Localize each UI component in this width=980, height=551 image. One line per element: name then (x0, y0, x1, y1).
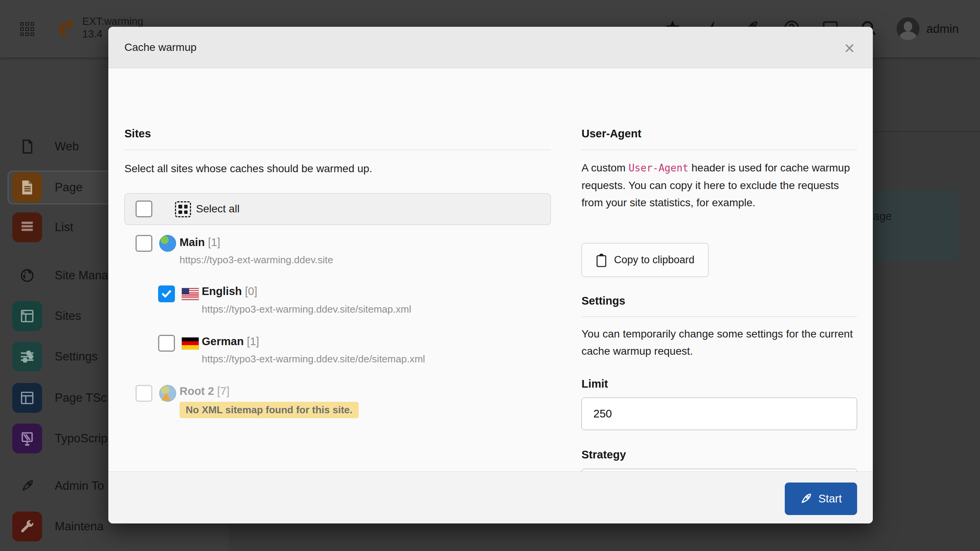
sidebar-item-label: Web (55, 140, 79, 153)
modal-title: Cache warmup (124, 41, 196, 54)
modal-header: Cache warmup ✕ (108, 27, 873, 68)
start-label: Start (818, 492, 842, 505)
settings-sliders-icon (12, 342, 42, 372)
page-ts-icon (12, 383, 42, 413)
german-flag-icon (182, 337, 199, 349)
site-count: [1] (247, 335, 259, 347)
divider (581, 316, 857, 317)
username[interactable]: admin (926, 22, 959, 36)
user-agent-heading: User-Agent (581, 127, 641, 140)
site-count: [1] (208, 236, 220, 248)
select-all-label: Select all (196, 203, 240, 215)
sites-description: Select all sites whose caches should be … (124, 160, 372, 177)
copy-label: Copy to clipboard (614, 254, 694, 266)
globe-icon (20, 268, 35, 283)
sidebar-item-label: Page TSc (55, 391, 107, 405)
modules-grid-icon[interactable] (20, 22, 34, 36)
sidebar-item-label: Site Mana (55, 269, 108, 282)
modal-footer: Start (108, 471, 873, 523)
sidebar-item-label: Sites (55, 309, 81, 323)
divider (124, 150, 551, 150)
globe-emoji-icon (159, 235, 176, 252)
list-module-icon (12, 212, 42, 242)
cache-warmup-modal: Cache warmup ✕ Sites Select all sites wh… (108, 27, 873, 523)
select-multiple-icon (175, 201, 191, 217)
modal-body: Sites Select all sites whose caches shou… (108, 68, 873, 472)
user-agent-code: User-Agent (629, 162, 689, 174)
sidebar-item-label: TypoScrip (55, 432, 108, 445)
sites-heading: Sites (124, 127, 151, 140)
divider (581, 150, 857, 150)
site-checkbox-root2 (136, 385, 152, 402)
rocket-icon (20, 478, 35, 494)
sidebar-item-label: List (55, 220, 73, 234)
user-agent-description: A custom User-Agent header is used for c… (581, 159, 859, 211)
flash-message-text: age (873, 210, 892, 223)
avatar[interactable] (897, 17, 920, 40)
site-checkbox-english[interactable] (158, 285, 175, 302)
select-all-checkbox[interactable] (136, 201, 152, 217)
typo3-logo (53, 18, 75, 39)
site-name: Root 2 [7] (180, 385, 230, 398)
start-button[interactable]: Start (785, 483, 857, 515)
wrench-icon (12, 512, 42, 541)
sidebar-item-label: Maintena (55, 520, 104, 533)
close-icon[interactable]: ✕ (840, 39, 859, 57)
sidebar-item-label: Page (55, 181, 82, 194)
rocket-icon (798, 492, 813, 506)
strategy-label: Strategy (581, 448, 626, 461)
sidebar-item-label: Settings (55, 350, 98, 364)
site-name: Main [1] (180, 236, 220, 249)
sites-module-icon (12, 301, 42, 331)
globe-warning-icon (159, 385, 176, 402)
site-name: German [1] (202, 335, 259, 348)
select-all-row[interactable]: Select all (124, 193, 551, 225)
site-count: [0] (245, 285, 257, 297)
page-module-icon (12, 173, 42, 202)
site-checkbox-main[interactable] (136, 235, 152, 252)
site-count: [7] (217, 385, 229, 397)
us-flag-icon (182, 288, 199, 300)
settings-description: You can temporarily change some settings… (581, 325, 859, 360)
site-name: English [0] (202, 285, 257, 298)
settings-heading: Settings (581, 295, 625, 307)
file-icon (20, 139, 35, 154)
site-url: https://typo3-ext-warming.ddev.site/de/s… (202, 353, 425, 365)
site-url: https://typo3-ext-warming.ddev.site/site… (202, 303, 411, 315)
limit-input[interactable] (581, 398, 857, 430)
module-title-line1: EXT:warming (82, 15, 143, 28)
clipboard-icon (595, 253, 608, 268)
limit-label: Limit (581, 378, 608, 390)
sidebar-item-label: Admin To (55, 479, 104, 493)
site-url: https://typo3-ext-warming.ddev.site (180, 254, 333, 266)
no-sitemap-warning-badge: No XML sitemap found for this site. (180, 402, 359, 418)
site-checkbox-german[interactable] (158, 335, 175, 352)
typoscript-icon (12, 424, 42, 453)
copy-to-clipboard-button[interactable]: Copy to clipboard (581, 243, 709, 277)
